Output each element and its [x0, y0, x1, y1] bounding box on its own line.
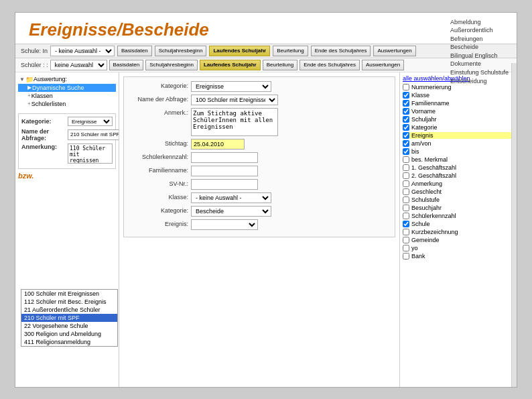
checkbox-row: am/von: [403, 140, 514, 147]
checkbox-row: Schülerkennzahl: [403, 213, 514, 219]
laufendes-btn-1[interactable]: Laufendes Schuljahr: [209, 46, 270, 56]
center-ereignis-select[interactable]: [191, 219, 258, 230]
schuljahresbeginn-btn-1[interactable]: Schuljahresbeginn: [155, 46, 207, 56]
checkbox-label: 2. Geschäftszahl: [411, 172, 456, 179]
checkbox-input[interactable]: [403, 92, 409, 99]
checkbox-row: bes. Merkmal: [403, 156, 514, 163]
checkbox-label: Schuljahr: [411, 116, 437, 123]
checkbox-label: Vorname: [411, 108, 436, 115]
beurteilung-btn-1[interactable]: Beurteilung: [273, 46, 308, 56]
center-kennzahl-input[interactable]: [191, 152, 258, 163]
checkbox-input[interactable]: [403, 253, 409, 260]
tree-item-dynamische[interactable]: ▶ Dynamische Suche: [18, 84, 116, 92]
checkbox-row: bis: [403, 148, 514, 155]
center-familienname-input[interactable]: [191, 166, 258, 176]
checkbox-input[interactable]: [403, 180, 409, 187]
center-anmerkung-label: Anmerk.:: [128, 108, 188, 116]
dropdown-item[interactable]: 100 Schüler mit Ereignissen: [21, 290, 117, 298]
right-list-item: Entscheidung: [450, 77, 509, 86]
center-name-select[interactable]: 100 Schüler mit Ereignissen: [191, 95, 278, 105]
center-anmerkung-textarea[interactable]: Zum Stichtag aktive SchülerInnen mit all…: [191, 108, 278, 136]
lb-name-input[interactable]: [68, 129, 119, 140]
checkbox-input[interactable]: [403, 237, 409, 243]
checkbox-input[interactable]: [403, 205, 409, 211]
center-stichtag-input[interactable]: [191, 139, 245, 150]
nav-row-2: Schüler : : keine Auswahl Basisdaten Sch…: [15, 58, 517, 72]
dropdown-item[interactable]: 21 Außerordentliche Schüler: [21, 306, 117, 314]
checkbox-row: Schuljahr: [403, 116, 514, 123]
auswertungen-btn-2[interactable]: Auswertungen: [362, 60, 404, 70]
checkbox-input[interactable]: [403, 100, 409, 107]
auswertungen-btn-1[interactable]: Auswertungen: [373, 46, 415, 56]
center-kategorie2-select[interactable]: Bescheide: [191, 206, 271, 217]
tree-item-schuelerlisten[interactable]: + Schülerlisten: [18, 100, 116, 108]
center-ereignis-row: Ereignis:: [128, 219, 391, 230]
checkbox-input[interactable]: [403, 124, 409, 131]
laufendes-btn-2[interactable]: Laufendes Schuljahr: [200, 60, 261, 70]
schuler-select[interactable]: keine Auswahl: [50, 60, 107, 70]
checkbox-label: 1. Geschäftszahl: [411, 164, 456, 171]
checkbox-input[interactable]: [403, 172, 409, 179]
center-klasse-select[interactable]: - keine Auswahl -: [191, 192, 271, 203]
center-kennzahl-label: Schülerkennzahl:: [128, 152, 188, 160]
basisdaten-btn-1[interactable]: Basisdaten: [117, 46, 152, 56]
checkbox-row: Besuchjahr: [403, 205, 514, 211]
checkbox-row: Gemeinde: [403, 237, 514, 243]
center-stichtag-row: Stichtag:: [128, 139, 391, 150]
checkbox-input[interactable]: [403, 148, 409, 155]
checkbox-input[interactable]: [403, 140, 409, 147]
bzw-text: bzw.: [18, 172, 116, 180]
tree-label-klassen: Klassen: [31, 93, 53, 99]
checkbox-label: Gemeinde: [411, 237, 440, 243]
checkbox-input[interactable]: [403, 156, 409, 163]
main-content: ▼ 📁 Auswertung: ▶ Dynamische Suche + Kla…: [15, 72, 517, 388]
dropdown-item[interactable]: 210 Schüler mit SPF: [21, 314, 117, 322]
ende-btn-2[interactable]: Ende des Schuljahres: [300, 60, 360, 70]
checkbox-input[interactable]: [403, 245, 409, 251]
tree-item-klassen[interactable]: + Klassen: [18, 92, 116, 100]
checkbox-input[interactable]: [403, 229, 409, 235]
checkbox-label: Geschlecht: [411, 188, 442, 195]
checkbox-row: 1. Geschäftszahl: [403, 164, 514, 171]
tree-root: ▼ 📁 Auswertung:: [18, 75, 116, 84]
ende-btn-1[interactable]: Ende des Schuljahres: [311, 46, 371, 56]
dropdown-item[interactable]: 300 Religion und Abmeldung: [21, 330, 117, 338]
title-bar: Ereignisse/Bescheide AbmeldungAußerorden…: [15, 13, 517, 44]
checkbox-label: Familienname: [411, 100, 450, 107]
lb-anmerkung-textarea[interactable]: [68, 144, 113, 164]
checkbox-input[interactable]: [403, 221, 409, 227]
right-list-item: Dokumente: [450, 60, 509, 68]
beurteilung-btn-2[interactable]: Beurteilung: [263, 60, 297, 70]
scrollbar[interactable]: [511, 63, 517, 387]
dropdown-item[interactable]: 411 Religionsanmeldung: [21, 338, 117, 346]
right-list-item: Bilingual Englisch: [450, 52, 509, 60]
checkbox-input[interactable]: [403, 164, 409, 171]
checkbox-input[interactable]: [403, 213, 409, 219]
checkbox-input[interactable]: [403, 116, 409, 123]
schule-select[interactable]: - keine Auswahl -: [50, 46, 115, 56]
center-klasse-label: Klasse:: [128, 192, 188, 201]
checkbox-input[interactable]: [403, 84, 409, 91]
tree-label-dynamische: Dynamische Suche: [32, 84, 84, 91]
right-list-item: Befreiungen: [450, 35, 509, 44]
checkbox-label: Anmerkung: [411, 180, 442, 187]
checkbox-label: Kurzbezeichnung: [411, 229, 458, 235]
basisdaten-btn-2[interactable]: Basisdaten: [109, 60, 144, 70]
checkbox-input[interactable]: [403, 132, 409, 139]
schule-label: Schule: In: [21, 48, 48, 54]
checkbox-row: Kategorie: [403, 124, 514, 131]
dropdown-item[interactable]: 22 Vorgesehene Schule: [21, 322, 117, 330]
center-kategorie-select[interactable]: Ereignisse: [191, 81, 271, 92]
dropdown-item[interactable]: 112 Schüler mit Besc. Ereignis: [21, 298, 117, 306]
checkbox-input[interactable]: [403, 108, 409, 115]
checkbox-label: yo: [411, 245, 418, 251]
schuljahresbeginn-btn-2[interactable]: Schuljahresbeginn: [145, 60, 198, 70]
checkbox-row: 2. Geschäftszahl: [403, 172, 514, 179]
center-svnr-label: SV-Nr.:: [128, 179, 188, 187]
center-svnr-input[interactable]: [191, 179, 258, 190]
schuelerlisten-expand-icon: +: [27, 101, 31, 107]
checkbox-input[interactable]: [403, 196, 409, 203]
checkbox-label: Kategorie: [411, 124, 438, 131]
lb-kategorie-select[interactable]: Ereignisse: [68, 117, 113, 126]
checkbox-input[interactable]: [403, 188, 409, 195]
